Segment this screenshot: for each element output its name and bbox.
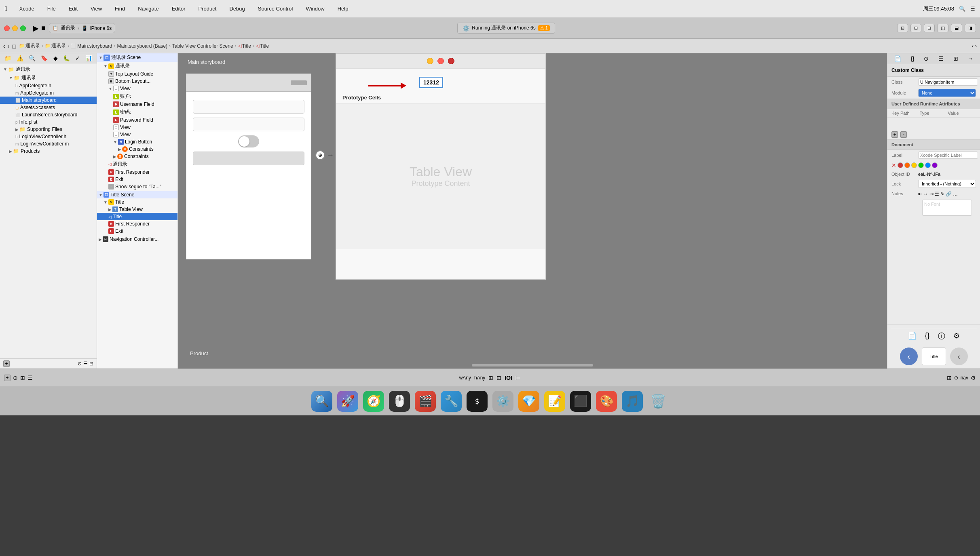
menu-navigate[interactable]: Navigate [135,5,161,13]
dock-quicktime[interactable]: 🎬 [415,391,436,412]
file-item-root[interactable]: ▼ 📁 通讯录 [0,65,97,74]
inspector-quick-icon[interactable]: {} [910,55,914,62]
file-item-supporting[interactable]: ▶ 📁 Supporting Files [0,126,97,133]
editor-standard-button[interactable]: ⊡ [897,24,908,32]
menu-find[interactable]: Find [112,5,127,13]
nav-icon-bookmark[interactable]: 🔖 [41,55,48,61]
view-debug-button[interactable]: ⬓ [951,24,962,32]
module-select[interactable]: None [918,89,976,97]
menu-editor[interactable]: Editor [169,5,188,13]
bc-table-scene[interactable]: Table View Controller Scene [172,43,233,49]
scene-first-responder1[interactable]: R First Responder [97,168,177,176]
inspector-identity-icon[interactable]: ⊙ [924,55,929,62]
bc-target[interactable]: 📁 通讯录 [45,42,66,49]
scene-password-field[interactable]: F Password Field [97,116,177,124]
color-dot-purple[interactable] [932,162,938,168]
udra-remove-button[interactable]: - [900,131,907,138]
nav-icon-folder[interactable]: 📁 [4,55,11,61]
dock-mouse[interactable]: 🖱️ [389,391,410,412]
toggle-switch[interactable] [238,135,259,147]
canvas-scrollbar[interactable] [472,364,593,366]
filter-icon[interactable]: ⊙ [78,361,82,366]
color-dot-orange[interactable] [904,162,910,168]
group-icon[interactable]: ⊟ [89,361,93,366]
inspector-connections-icon[interactable]: → [967,55,973,62]
color-x-icon[interactable]: ✕ [891,162,896,168]
bc-next-icon[interactable]: › [975,43,977,49]
scene-exit2[interactable]: E Exit [97,227,177,235]
view-navigator-button[interactable]: ◫ [937,24,948,32]
scene-tongxunlu-vc[interactable]: ▼ V 通讯录 [97,62,177,70]
search-icon[interactable]: 🔍 [959,6,965,12]
dock-photo[interactable]: 🎨 [596,391,617,412]
nav-icon-report[interactable]: 📊 [85,55,92,61]
file-item-main-storyboard[interactable]: ⬜ Main.storyboard [0,97,97,104]
size-icon4[interactable]: ⊢ [515,375,520,381]
grid-layout-icon[interactable]: ⊞ [947,375,952,381]
color-dot-yellow[interactable] [911,162,917,168]
login-button-visual[interactable] [193,152,304,165]
lock-select[interactable]: Inherited - (Nothing) [918,180,976,188]
scene-view2[interactable]: □ View [97,124,177,131]
inspector-file-icon[interactable]: 📄 [894,55,901,62]
nav-right-icon[interactable]: › [8,43,10,49]
notes-more-icon[interactable]: … [953,191,958,197]
bc-main-storyboard[interactable]: ⬜ Main.storyboard [71,43,112,49]
file-item-root2[interactable]: ▼ 📁 通讯录 [0,74,97,82]
menu-debug[interactable]: Debug [227,5,247,13]
bc-title2[interactable]: ◁ Title [256,43,269,49]
insp-settings-icon[interactable]: ⚙ [953,331,960,341]
bc-main-base[interactable]: Main.storyboard (Base) [117,43,167,49]
inspector-attributes-icon[interactable]: ☰ [938,55,944,62]
preview-forward-button[interactable]: ‹ [950,348,968,365]
notes-link-icon[interactable]: 🔗 [946,191,952,197]
scene-exit1[interactable]: E Exit [97,176,177,183]
nav-icon-test[interactable]: ✓ [75,55,80,61]
color-dot-blue[interactable] [925,162,931,168]
insp-code-icon[interactable]: {} [925,331,929,341]
sort-icon[interactable]: ☰ [83,361,88,366]
inspector-size-icon[interactable]: ⊞ [953,55,958,62]
arrange-icon[interactable]: ☰ [27,375,33,381]
apple-menu[interactable]:  [5,5,7,13]
dock-terminal[interactable]: $ [467,391,488,412]
file-item-products[interactable]: ▶ 📁 Products [0,147,97,155]
menu-list-icon[interactable]: ☰ [970,6,975,12]
scene-login-button[interactable]: ▼ B Login Button [97,138,177,145]
close-button[interactable] [4,25,10,31]
menu-view[interactable]: View [88,5,104,13]
file-item-appdelegate-h[interactable]: h AppDelegate.h [0,82,97,89]
udra-add-button[interactable]: + [891,131,898,138]
menu-window[interactable]: Window [303,5,327,13]
username-field[interactable] [193,100,304,114]
notes-align-right-icon[interactable]: ⇥ [929,191,934,197]
menu-file[interactable]: File [45,5,58,13]
scene-table-view[interactable]: ▶ T Table View [97,206,177,213]
size-icon2[interactable]: ⊡ [496,375,501,381]
zoom-icon[interactable]: ⊙ [13,375,18,381]
add-file-button[interactable]: + [3,360,10,367]
menu-edit[interactable]: Edit [66,5,80,13]
file-item-login-h[interactable]: h LoginViewController.h [0,133,97,140]
menu-xcode[interactable]: Xcode [17,5,37,13]
file-item-info-plist[interactable]: p Info.plist [0,118,97,126]
class-input[interactable] [918,78,978,86]
bc-project[interactable]: 📁 通讯录 [19,42,40,49]
nav-left-icon[interactable]: ‹ [3,43,5,49]
scene-constraints2[interactable]: ▶ ⊕ Constraints [97,153,177,160]
doc-label-input[interactable] [918,152,978,159]
dock-trash[interactable]: 🗑️ [648,391,669,412]
notes-align-justify-icon[interactable]: ☰ [935,191,939,197]
file-item-launch-storyboard[interactable]: ⬜ LaunchScreen.storyboard [0,111,97,118]
color-dot-red[interactable] [898,162,903,168]
notes-align-center-icon[interactable]: ↔ [923,191,928,197]
editor-assistant-button[interactable]: ⊞ [910,24,921,32]
dock-music-video[interactable]: 🎵 [622,391,643,412]
nav-icon-debug[interactable]: 🐛 [63,55,70,61]
scheme-selector[interactable]: 📋 通讯录 › 📱 iPhone 6s [49,23,115,33]
color-dot-green[interactable] [918,162,924,168]
dock-ssh[interactable]: ⬛ [570,391,591,412]
scene-first-responder2[interactable]: R First Responder [97,220,177,227]
scene-tongxunlu-scene[interactable]: ▼ ☐ 通讯录 Scene [97,53,177,62]
scene-top-layout[interactable]: T Top Layout Guide [97,70,177,78]
